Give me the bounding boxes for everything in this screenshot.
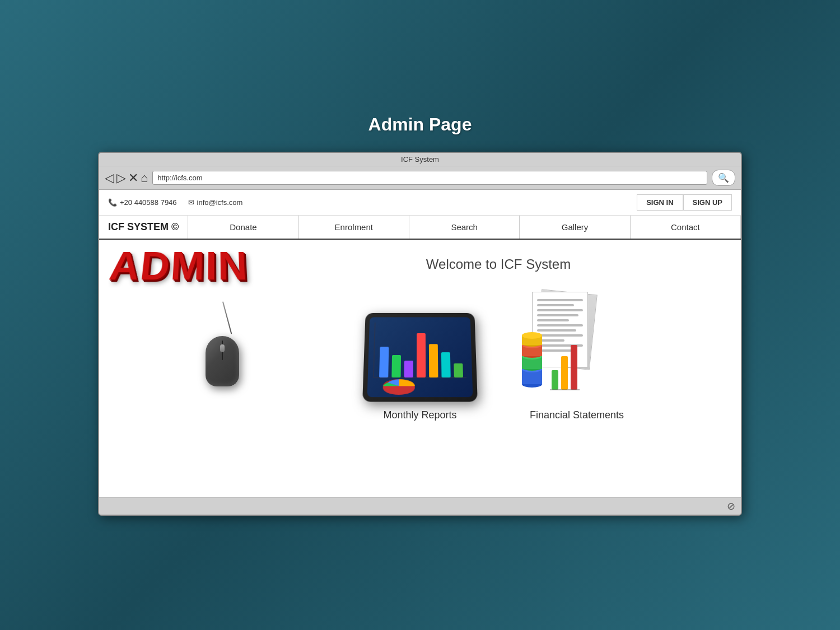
svg-rect-3 (391, 355, 401, 377)
email-icon: ✉ (188, 198, 194, 207)
top-bar: 📞 +20 440588 7946 ✉ info@icfs.com SIGN I… (99, 190, 741, 216)
monthly-reports-image (358, 289, 482, 401)
monthly-reports-card[interactable]: Monthly Reports (358, 289, 482, 421)
status-icon: ⊘ (727, 500, 735, 512)
browser-titlebar: ICF System (99, 153, 741, 166)
svg-rect-2 (379, 347, 389, 377)
welcome-text: Welcome to ICF System (267, 256, 730, 272)
tablet-screen (367, 317, 473, 397)
svg-rect-7 (441, 352, 451, 377)
auth-buttons: SIGN IN SIGN UP (637, 194, 732, 211)
nav-item-gallery[interactable]: Gallery (520, 216, 630, 239)
cards-row: Monthly Reports (267, 289, 730, 421)
mouse-graphic (110, 302, 256, 386)
forward-icon[interactable]: ▷ (116, 171, 126, 185)
nav-buttons: ◁ ▷ ✕ ⌂ (105, 171, 148, 185)
phone-icon: 📞 (108, 198, 117, 207)
financial-statements-image (515, 289, 638, 401)
browser-search-button[interactable]: 🔍 (712, 170, 735, 186)
svg-rect-4 (404, 361, 413, 377)
website-content: 📞 +20 440588 7946 ✉ info@icfs.com SIGN I… (99, 190, 741, 497)
close-icon[interactable]: ✕ (128, 171, 138, 185)
svg-rect-8 (454, 363, 463, 377)
financial-chart-svg (515, 325, 582, 398)
svg-rect-24 (561, 356, 568, 390)
hero-center: Welcome to ICF System (267, 256, 730, 421)
mouse-cable (222, 301, 232, 334)
tablet-body (362, 313, 478, 402)
financial-statements-label: Financial Statements (530, 409, 624, 421)
sign-up-button[interactable]: SIGN UP (683, 194, 732, 211)
hero-left: ADMIN (110, 245, 256, 386)
email-contact: ✉ info@icfs.com (188, 198, 243, 207)
site-logo: ICF SYSTEM © (108, 221, 188, 233)
svg-line-0 (374, 323, 375, 377)
nav-bar: ICF SYSTEM © Donate Enrolment Search Gal… (99, 216, 741, 240)
phone-contact: 📞 +20 440588 7946 (108, 198, 177, 207)
svg-rect-23 (552, 370, 558, 390)
svg-rect-25 (571, 345, 577, 390)
home-icon[interactable]: ⌂ (141, 171, 148, 185)
doc-line (537, 309, 583, 311)
tablet-container (358, 289, 482, 401)
contact-info: 📞 +20 440588 7946 ✉ info@icfs.com (108, 198, 637, 207)
doc-line (537, 319, 569, 321)
bar-chart-svg (367, 317, 473, 397)
search-icon: 🔍 (718, 172, 729, 183)
hero-area: ADMIN Welcome to ICF System (99, 240, 741, 497)
back-icon[interactable]: ◁ (105, 171, 114, 185)
doc-line (537, 304, 574, 306)
svg-rect-5 (417, 333, 426, 377)
address-bar[interactable] (152, 171, 707, 185)
doc-line (537, 299, 583, 301)
nav-menu: Donate Enrolment Search Gallery Contact (188, 216, 741, 239)
nav-item-search[interactable]: Search (409, 216, 520, 239)
financial-container (515, 289, 638, 401)
browser-toolbar: ◁ ▷ ✕ ⌂ 🔍 (99, 166, 741, 190)
mouse-body (206, 336, 239, 386)
email-address: info@icfs.com (197, 198, 243, 207)
nav-item-contact[interactable]: Contact (631, 216, 741, 239)
browser-window: ICF System ◁ ▷ ✕ ⌂ 🔍 📞 +20 440588 7946 ✉ (98, 152, 742, 516)
admin-label: ADMIN (107, 246, 249, 286)
browser-statusbar: ⊘ (99, 497, 741, 515)
nav-item-enrolment[interactable]: Enrolment (299, 216, 409, 239)
phone-number: +20 440588 7946 (120, 198, 177, 207)
doc-line (537, 314, 578, 316)
svg-rect-6 (429, 344, 438, 377)
sign-in-button[interactable]: SIGN IN (637, 194, 683, 211)
mouse-scroll (220, 344, 225, 352)
svg-point-22 (522, 332, 542, 339)
nav-item-donate[interactable]: Donate (188, 216, 298, 239)
page-title: Admin Page (368, 114, 472, 135)
monthly-reports-label: Monthly Reports (383, 409, 456, 421)
financial-statements-card[interactable]: Financial Statements (515, 289, 638, 421)
